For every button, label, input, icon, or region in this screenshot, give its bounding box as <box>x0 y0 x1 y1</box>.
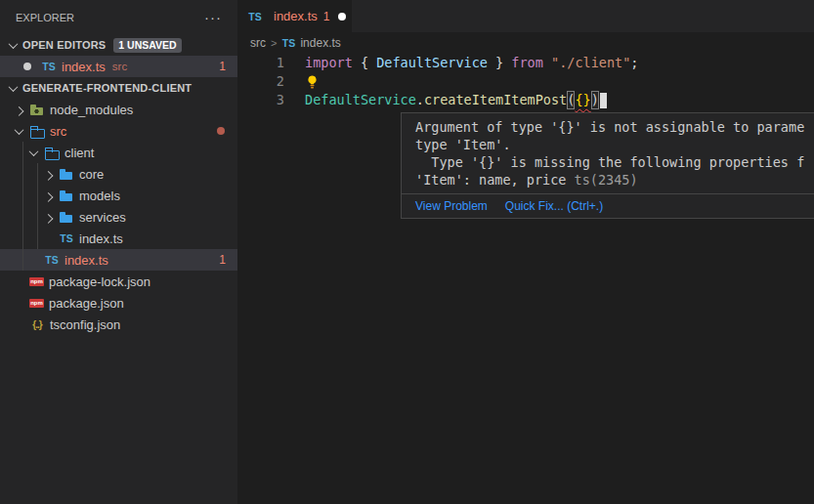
view-problem-link[interactable]: View Problem <box>415 199 488 213</box>
tooltip-text: 'Item': name, price <box>415 172 575 188</box>
code-token: ; <box>630 54 638 72</box>
code-token: {} <box>575 91 590 109</box>
code-editor[interactable]: 1import { DefaultService } from "./clien… <box>237 54 814 109</box>
tree-item-label: services <box>79 210 126 225</box>
tooltip-text: ts(2345) <box>575 172 638 188</box>
modified-dot-icon <box>23 63 31 70</box>
tree-item-client[interactable]: client <box>0 142 237 163</box>
section-header-open-editors[interactable]: OPEN EDITORS 1 UNSAVED <box>0 34 237 56</box>
npm-file-icon: npm <box>29 277 44 286</box>
tree-item-label: models <box>79 189 120 203</box>
tooltip-line: Argument of type '{}' is not assignable … <box>415 118 814 136</box>
folder-open-icon <box>29 123 45 139</box>
indent-guide <box>22 142 23 271</box>
tab-error-badge: 1 <box>323 10 330 23</box>
tooltip-line: 'Item': name, price ts(2345) <box>415 171 814 189</box>
ts-file-icon: TS <box>41 59 57 74</box>
tree-item-label: index.ts <box>64 253 108 268</box>
line-number: 3 <box>237 91 284 109</box>
line-content: DefaultService.createItemItemPost({}) <box>284 91 607 109</box>
chevron-right-icon <box>44 170 54 180</box>
tooltip-text: Type '{}' is missing the following prope… <box>415 154 804 170</box>
code-token: import <box>305 54 353 72</box>
breadcrumb-item-src[interactable]: src <box>250 36 266 50</box>
file-tree: node_modulessrcclientcoremodelsservicesT… <box>0 99 237 335</box>
code-token: DefaultService <box>305 91 416 109</box>
editor-area: TS index.ts 1 src > TS index.ts 1import … <box>237 0 814 504</box>
code-token: } <box>488 54 511 72</box>
tree-item-label: index.ts <box>79 231 123 246</box>
line-content: import { DefaultService } from "./client… <box>284 54 638 72</box>
tree-item-label: package.json <box>49 296 124 311</box>
code-token: ) <box>591 91 599 109</box>
tree-item-index-ts[interactable]: TSindex.ts1 <box>0 249 237 271</box>
tree-item-label: node_modules <box>50 103 133 117</box>
open-editor-item-index-ts[interactable]: TS index.ts src 1 <box>0 56 237 77</box>
code-token: ( <box>567 91 575 109</box>
breadcrumb: src > TS index.ts <box>237 32 814 54</box>
section-header-workspace[interactable]: GENERATE-FRONTEND-CLIENT <box>0 77 237 99</box>
tree-item-label: package-lock.json <box>49 274 150 289</box>
tree-item-label: src <box>50 124 66 139</box>
ts-file-icon: TS <box>247 9 263 24</box>
ts-file-icon: TS <box>281 35 295 51</box>
npm-folder-icon <box>29 102 45 117</box>
tree-item-index-ts[interactable]: TSindex.ts <box>0 228 237 249</box>
tree-item-package-json[interactable]: npmpackage.json <box>0 292 237 314</box>
chevron-right-icon: > <box>271 37 277 49</box>
chevron-right-icon <box>44 191 54 201</box>
lightbulb-icon[interactable] <box>305 74 321 90</box>
chevron-down-icon <box>9 82 19 92</box>
code-token: . <box>416 91 424 109</box>
text-cursor-icon <box>600 93 607 108</box>
chevron-down-icon <box>29 147 39 156</box>
tree-item-services[interactable]: services <box>0 206 237 228</box>
modified-dot-icon[interactable] <box>338 13 346 21</box>
chevron-down-icon <box>15 125 24 135</box>
unsaved-badge: 1 UNSAVED <box>113 38 181 53</box>
error-tooltip: Argument of type '{}' is not assignable … <box>401 112 814 219</box>
code-token: "./client" <box>551 54 630 72</box>
breadcrumb-item-index-ts[interactable]: index.ts <box>300 36 340 50</box>
vscode-window: EXPLORER ··· OPEN EDITORS 1 UNSAVED TS i… <box>0 0 814 504</box>
tree-item-src[interactable]: src <box>0 120 237 142</box>
tree-item-package-lock-json[interactable]: npmpackage-lock.json <box>0 271 237 292</box>
code-token: { <box>353 54 376 72</box>
chevron-right-icon <box>44 213 54 223</box>
tree-item-models[interactable]: models <box>0 185 237 206</box>
tooltip-text: type 'Item'. <box>415 137 511 152</box>
tooltip-line: type 'Item'. <box>415 136 814 153</box>
line-number: 2 <box>237 72 284 91</box>
tab-bar: TS index.ts 1 <box>237 0 814 32</box>
chevron-down-icon <box>9 39 19 49</box>
tree-item-core[interactable]: core <box>0 163 237 185</box>
indent-guide <box>37 163 38 249</box>
error-count-badge: 1 <box>219 253 226 267</box>
folder-icon <box>59 209 74 225</box>
ts-file-icon: TS <box>59 231 74 246</box>
open-editors-label: OPEN EDITORS <box>22 39 106 51</box>
tree-item-tsconfig-json[interactable]: {..}tsconfig.json <box>0 314 237 335</box>
file-label: index.ts <box>62 60 106 74</box>
tooltip-text: Argument of type '{}' is not assignable … <box>415 119 804 135</box>
line-number: 1 <box>237 54 284 72</box>
tooltip-actions: View Problem Quick Fix... (Ctrl+.) <box>402 193 814 218</box>
tree-item-node-modules[interactable]: node_modules <box>0 99 237 120</box>
folder-icon <box>59 188 74 203</box>
tree-item-label: core <box>79 167 104 182</box>
sidebar-title-row: EXPLORER ··· <box>0 0 237 34</box>
tree-item-label: client <box>64 146 94 160</box>
error-dot-badge <box>217 127 225 135</box>
code-token: createItemItemPost <box>424 91 567 109</box>
quick-fix-link[interactable]: Quick Fix... (Ctrl+.) <box>505 199 603 213</box>
json-braces-icon: {..} <box>29 316 45 332</box>
tab-label: index.ts <box>274 9 318 23</box>
code-token: from <box>511 54 543 72</box>
more-actions-icon[interactable]: ··· <box>204 9 222 25</box>
code-line: 1import { DefaultService } from "./clien… <box>237 54 814 72</box>
tab-index-ts[interactable]: TS index.ts 1 <box>237 0 352 32</box>
tree-item-label: tsconfig.json <box>50 317 120 332</box>
explorer-title: EXPLORER <box>16 12 74 23</box>
code-line: 2 <box>237 72 814 91</box>
workspace-label: GENERATE-FRONTEND-CLIENT <box>22 82 192 94</box>
